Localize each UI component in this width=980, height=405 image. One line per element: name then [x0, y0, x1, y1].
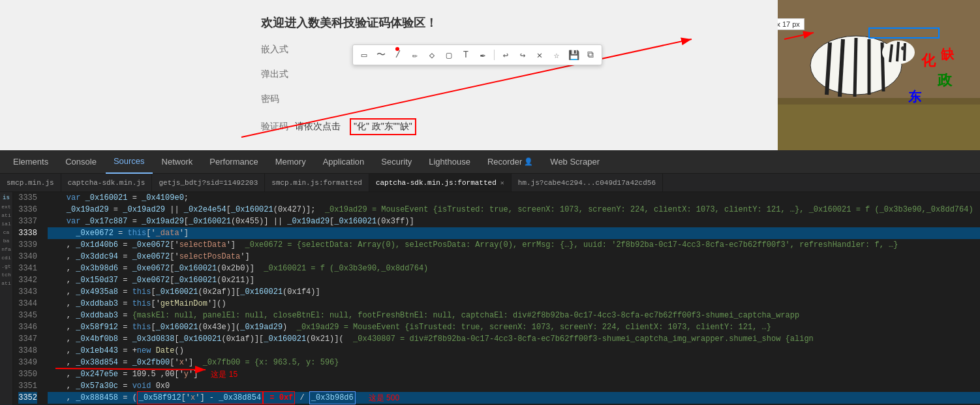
svg-text:东: 东 [908, 89, 922, 104]
file-tab-smcp-formatted[interactable]: smcp.min.js:formatted [265, 174, 369, 191]
svg-text:化: 化 [921, 52, 936, 69]
tool-redo[interactable]: ↪ [515, 48, 530, 62]
file-tab-getjs[interactable]: getjs_bdtj?sid=11492203 [152, 174, 265, 191]
tool-rect[interactable]: ▭ [357, 48, 371, 62]
tool-copy[interactable]: ⧉ [583, 48, 598, 62]
code-line-3350: , _0x247e5e = 109.5 ,00['y'] 这是 15 [48, 368, 980, 380]
tool-undo[interactable]: ↩ [498, 48, 513, 62]
code-line-3351: , _0x57a30c = void 0x0 [48, 380, 980, 392]
code-box-blue-1: _0x3b98d6 [309, 391, 356, 404]
tab-memory[interactable]: Memory [268, 150, 314, 174]
zebra-image: 化 政 东 缺 109 x 17 px [778, 0, 980, 150]
left-sidebar: is ext ati ial ca ba nfa cdi .gt tch ati [0, 192, 13, 405]
annotation-500: 这是 500 [369, 392, 399, 404]
code-line-3341: , _0x3b98d6 = _0xe0672[_0x160021(0x2b0)]… [48, 263, 980, 274]
tool-select[interactable]: ▢ [442, 48, 456, 62]
sidebar-icon-1[interactable]: is [3, 195, 10, 201]
tab-webscraper[interactable]: Web Scraper [542, 150, 607, 174]
right-image-panel: 化 政 东 缺 109 x 17 px [778, 0, 980, 150]
welcome-text: 欢迎进入数美科技验证码体验区！ [261, 15, 437, 31]
code-box-red-1: _0x58f912['x'] - _0x38d854 [137, 391, 263, 404]
code-line-3344: , _0xddbab3 = this['getMainDom']() [48, 298, 980, 310]
line-numbers: 3335 3336 3337 3338 3339 3340 3341 3342 … [13, 192, 42, 405]
tool-pencil[interactable]: ✏ [408, 48, 422, 62]
code-line-3346: , _0x58f912 = this[_0x160021(0x43e)](_0x… [48, 321, 980, 333]
svg-line-13 [897, 42, 898, 61]
tool-close[interactable]: ✕ [532, 48, 547, 62]
sidebar-icon-6[interactable]: ba [3, 238, 10, 244]
code-line-3349: , _0x38d854 = _0x2fb00['x'] _0x7fb00 = {… [48, 357, 980, 368]
tool-eraser[interactable]: ◇ [425, 48, 439, 62]
tab-console[interactable]: Console [57, 150, 104, 174]
tab-security[interactable]: Security [373, 150, 420, 174]
svg-text:政: 政 [937, 72, 953, 88]
file-tab-smcp-label: smcp.min.js [7, 179, 54, 187]
sidebar-icon-7[interactable]: nfa [1, 246, 10, 252]
draw-toolbar[interactable]: ▭ 〜 / ✏ ◇ ▢ T ✒ ↩ ↪ ✕ ☆ 💾 ⧉ [352, 44, 602, 65]
tool-star[interactable]: ☆ [549, 48, 564, 62]
code-line-3335: var _0x160021 = _0x4109e0; [48, 192, 980, 204]
code-line-3337: var _0x17c887 = _0x19ad29[_0x160021(0x45… [48, 216, 980, 227]
captcha-row: 验证码 请依次点击 "化" 政"东""缺" [261, 118, 778, 135]
tab-recorder[interactable]: Recorder 👤 [480, 150, 541, 174]
svg-text:缺: 缺 [940, 47, 955, 61]
sidebar-icon-11[interactable]: ati [1, 280, 10, 286]
svg-point-15 [901, 46, 905, 50]
code-area: is ext ati ial ca ba nfa cdi .gt tch ati… [0, 192, 980, 405]
tab-lighthouse[interactable]: Lighthouse [421, 150, 478, 174]
captcha-label: 验证码 [261, 121, 288, 133]
sidebar-icon-2[interactable]: ext [1, 204, 10, 210]
image-highlight-box [868, 27, 940, 39]
tab-application[interactable]: Application [315, 150, 373, 174]
sidebar-icon-3[interactable]: ati [1, 212, 10, 218]
annotation-15: 这是 15 [211, 368, 237, 380]
tool-wave[interactable]: 〜 [374, 48, 388, 62]
code-line-3339: , _0x1d40b6 = _0xe0672['selectData'] _0x… [48, 239, 980, 251]
dim-text: 109 x 17 px [778, 20, 800, 28]
code-line-3343: , _0x4935a8 = this[_0x160021(0x2af)][_0x… [48, 286, 980, 298]
tool-pen[interactable]: ✒ [476, 48, 490, 62]
embed-label: 嵌入式 [261, 44, 288, 56]
password-row: 密码 [261, 93, 778, 105]
sidebar-icon-10[interactable]: tch [1, 272, 10, 278]
code-line-3342: , _0x150d37 = _0xe0672[_0x160021(0x211)] [48, 274, 980, 286]
left-content-panel: 欢迎进入数美科技验证码体验区！ 嵌入式 弹出式 密码 验证码 请依次点击 "化"… [0, 0, 778, 150]
svg-line-8 [855, 38, 856, 97]
file-tab-hm-label: hm.js?cabe4c294...c049d17a42cd56 [518, 179, 656, 187]
devtools-tabs-bar: Elements Console Sources Network Perform… [0, 150, 980, 174]
tab-network[interactable]: Network [154, 150, 201, 174]
tool-text[interactable]: T [459, 48, 473, 62]
code-line-3352: , _0x888458 = (_0x58f912['x'] - _0x38d85… [48, 392, 980, 404]
sidebar-icon-5[interactable]: ca [3, 229, 10, 235]
code-line-3345: , _0xddbab3 = {maskEl: null, panelEl: nu… [48, 310, 980, 321]
sidebar-icon-9[interactable]: .gt [1, 263, 10, 269]
zebra-svg: 化 政 东 缺 [778, 0, 980, 150]
code-line-3347: , _0x4bf0b8 = _0x3d0838[_0x160021(0x1af)… [48, 333, 980, 345]
welcome-row: 欢迎进入数美科技验证码体验区！ [261, 15, 778, 31]
code-line-3340: , _0x3ddc94 = _0xe0672['selectPosData'] [48, 251, 980, 263]
password-label: 密码 [261, 93, 279, 105]
sidebar-icon-4[interactable]: ial [1, 221, 10, 227]
file-tab-captcha-formatted-label: captcha-sdk.min.js:formatted [376, 179, 497, 187]
captcha-instruction: 请依次点击 [295, 121, 341, 133]
code-line-3336: _0x19ad29 = _0x19ad29 || _0x2e4e54[_0x16… [48, 204, 980, 216]
sidebar-icon-8[interactable]: cdi [1, 255, 10, 261]
file-tab-close-btn[interactable]: ✕ [500, 179, 504, 187]
popup-row: 弹出式 [261, 69, 778, 80]
red-dot-indicator [395, 47, 399, 51]
code-line-3348: , _0x1eb443 = +new Date() [48, 345, 980, 357]
file-tab-captcha-formatted[interactable]: captcha-sdk.min.js:formatted ✕ [369, 174, 512, 191]
file-tab-getjs-label: getjs_bdtj?sid=11492203 [159, 179, 258, 187]
tab-performance[interactable]: Performance [202, 150, 266, 174]
code-content: var _0x160021 = _0x4109e0; _0x19ad29 = _… [42, 192, 980, 405]
tool-save[interactable]: 💾 [566, 48, 581, 62]
file-tab-captcha-sdk[interactable]: captcha-sdk.min.js [61, 174, 153, 191]
file-tab-smcp-formatted-label: smcp.min.js:formatted [271, 179, 362, 187]
file-tab-captcha-sdk-label: captcha-sdk.min.js [68, 179, 145, 187]
file-tabs-bar: smcp.min.js captcha-sdk.min.js getjs_bdt… [0, 174, 980, 192]
tab-elements[interactable]: Elements [5, 150, 56, 174]
file-tab-hm[interactable]: hm.js?cabe4c294...c049d17a42cd56 [512, 174, 663, 191]
file-tab-smcp[interactable]: smcp.min.js [0, 174, 61, 191]
tab-sources[interactable]: Sources [106, 150, 153, 174]
code-equals-red: = 0xf [263, 391, 295, 404]
